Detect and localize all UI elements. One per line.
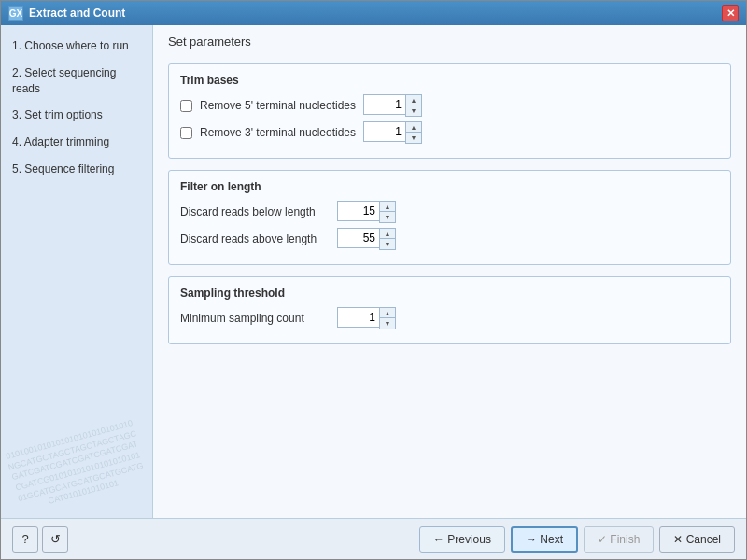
remove-3-up[interactable]: ▲	[406, 122, 421, 133]
remove-5-label: Remove 5' terminal nucleotides	[200, 99, 356, 112]
discard-below-spinner: ▲ ▼	[337, 201, 396, 223]
main-window: GX Extract and Count ✕ 1. Choose where t…	[0, 0, 747, 560]
filter-length-title: Filter on length	[180, 180, 719, 193]
remove-5-checkbox[interactable]	[180, 100, 192, 112]
discard-below-label: Discard reads below length	[180, 205, 330, 218]
remove-3-row: Remove 3' terminal nucleotides ▲ ▼	[180, 121, 719, 144]
previous-button[interactable]: ← Previous	[419, 526, 505, 553]
sidebar-item-5[interactable]: 5. Sequence filtering	[1, 156, 152, 183]
bottom-right-buttons: ← Previous → Next ✓ Finish ✕ Cancel	[419, 526, 735, 553]
discard-above-buttons: ▲ ▼	[379, 228, 396, 250]
remove-3-spinner-buttons: ▲ ▼	[405, 121, 422, 144]
title-bar: GX Extract and Count ✕	[1, 1, 746, 25]
remove-3-down[interactable]: ▼	[406, 133, 421, 143]
remove-5-spinner: ▲ ▼	[363, 94, 422, 117]
main-body: Trim bases Remove 5' terminal nucleotide…	[153, 56, 746, 518]
reset-button[interactable]: ↺	[42, 526, 68, 553]
min-sampling-label: Minimum sampling count	[180, 312, 330, 325]
min-sampling-buttons: ▲ ▼	[379, 307, 396, 329]
sampling-title: Sampling threshold	[180, 287, 719, 300]
sidebar: 1. Choose where to run 2. Select sequenc…	[1, 25, 153, 518]
next-button[interactable]: → Next	[511, 526, 578, 553]
min-sampling-up[interactable]: ▲	[380, 308, 395, 318]
discard-below-down[interactable]: ▼	[380, 212, 395, 222]
title-bar-left: GX Extract and Count	[8, 6, 125, 21]
content-area: 1. Choose where to run 2. Select sequenc…	[1, 25, 746, 518]
main-panel: Set parameters Trim bases Remove 5' term…	[153, 25, 746, 518]
sidebar-item-4[interactable]: 4. Adapter trimming	[1, 129, 152, 156]
section-header: Set parameters	[153, 25, 746, 56]
discard-below-up[interactable]: ▲	[380, 202, 395, 212]
remove-5-down[interactable]: ▼	[406, 105, 421, 116]
remove-5-up[interactable]: ▲	[406, 95, 421, 105]
min-sampling-input[interactable]	[337, 307, 379, 328]
remove-3-label: Remove 3' terminal nucleotides	[200, 126, 356, 139]
window-title: Extract and Count	[29, 7, 125, 20]
discard-above-spinner: ▲ ▼	[337, 228, 396, 250]
min-sampling-down[interactable]: ▼	[380, 318, 395, 329]
sidebar-item-3[interactable]: 3. Set trim options	[1, 102, 152, 129]
sidebar-item-2[interactable]: 2. Select sequencing reads	[1, 60, 152, 103]
filter-length-section: Filter on length Discard reads below len…	[168, 170, 731, 265]
discard-above-up[interactable]: ▲	[380, 229, 395, 239]
discard-above-down[interactable]: ▼	[380, 239, 395, 249]
min-sampling-spinner: ▲ ▼	[337, 307, 396, 329]
bottom-left-buttons: ? ↺	[12, 526, 68, 553]
discard-below-row: Discard reads below length ▲ ▼	[180, 201, 719, 223]
help-button[interactable]: ?	[12, 526, 38, 553]
discard-above-row: Discard reads above length ▲ ▼	[180, 228, 719, 250]
close-button[interactable]: ✕	[722, 5, 739, 21]
finish-button: ✓ Finish	[584, 526, 654, 553]
remove-5-input[interactable]	[363, 94, 405, 115]
discard-above-input[interactable]	[337, 228, 379, 248]
sampling-section: Sampling threshold Minimum sampling coun…	[168, 276, 731, 344]
sidebar-item-1[interactable]: 1. Choose where to run	[1, 33, 152, 60]
discard-below-input[interactable]	[337, 201, 379, 221]
bottom-bar: ? ↺ ← Previous → Next ✓ Finish ✕ Cancel	[1, 518, 746, 559]
remove-3-input[interactable]	[363, 121, 405, 142]
trim-bases-title: Trim bases	[180, 74, 719, 87]
app-icon: GX	[8, 6, 23, 21]
discard-below-buttons: ▲ ▼	[379, 201, 396, 223]
remove-3-checkbox[interactable]	[180, 127, 192, 139]
watermark: 0101001010101010101010101010NGCATGCTAGCT…	[4, 418, 148, 515]
discard-above-label: Discard reads above length	[180, 232, 330, 245]
remove-5-spinner-buttons: ▲ ▼	[405, 94, 422, 117]
remove-5-row: Remove 5' terminal nucleotides ▲ ▼	[180, 94, 719, 117]
cancel-button[interactable]: ✕ Cancel	[659, 526, 735, 553]
trim-bases-section: Trim bases Remove 5' terminal nucleotide…	[168, 63, 731, 159]
min-sampling-row: Minimum sampling count ▲ ▼	[180, 307, 719, 329]
remove-3-spinner: ▲ ▼	[363, 121, 422, 144]
